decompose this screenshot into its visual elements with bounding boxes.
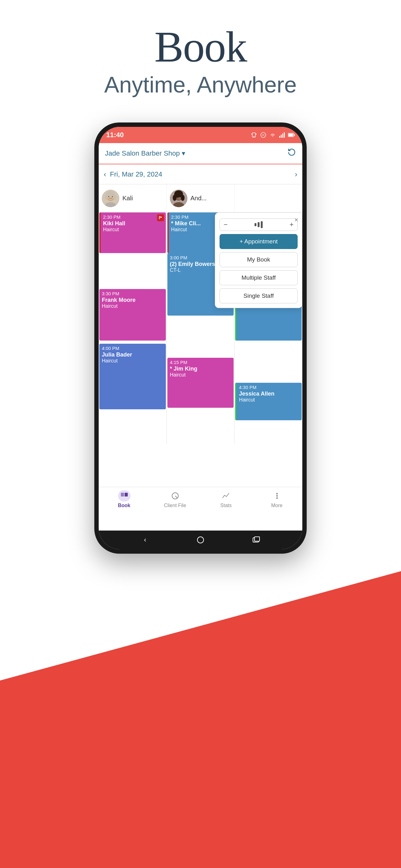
svg-rect-12: [294, 134, 295, 136]
appt-client-name: Jessica Allen: [239, 391, 299, 397]
phone-screen: 11:40: [99, 127, 302, 549]
wifi-icon: [269, 131, 276, 138]
appt-julia-bader[interactable]: 4:00 PM Julia Bader Haircut: [99, 344, 166, 409]
avatar-kali: [102, 190, 119, 207]
appt-kiki-hall[interactable]: 2:30 PM Kiki Hall Haircut: [99, 213, 166, 253]
appt-jessica-allen[interactable]: 4:30 PM Jessica Allen Haircut: [235, 383, 302, 420]
appt-service: Haircut: [170, 372, 231, 378]
phone-outer-shell: 11:40: [94, 122, 307, 554]
staff-col-kali: Kali: [99, 184, 167, 212]
appt-service: Haircut: [103, 227, 163, 232]
salon-selector[interactable]: Jade Salon Barber Shop ▾: [105, 149, 185, 157]
svg-rect-7: [281, 135, 282, 138]
zoom-in-button[interactable]: +: [290, 221, 294, 229]
appt-frank-moore[interactable]: 3:30 PM Frank Moore Haircut: [99, 289, 166, 341]
appt-time: 4:00 PM: [102, 346, 163, 351]
main-title: Book: [0, 25, 401, 69]
bottom-nav: Book Client File: [99, 487, 302, 518]
appt-client-name: Kiki Hall: [103, 220, 163, 227]
staff-header: Kali: [99, 184, 302, 213]
svg-rect-2: [252, 133, 252, 135]
nav-item-book[interactable]: Book: [99, 490, 149, 508]
my-book-button[interactable]: My Book: [220, 252, 298, 267]
zoom-controls: − +: [220, 218, 298, 231]
red-background: [0, 571, 401, 868]
svg-point-20: [108, 196, 109, 197]
svg-point-17: [105, 195, 108, 200]
calendar-header: ‹ Fri, Mar 29, 2024 ›: [99, 164, 302, 184]
nav-item-stats[interactable]: Stats: [201, 490, 252, 508]
staff-name-and: And...: [191, 195, 207, 202]
staff-name-kali: Kali: [123, 195, 133, 202]
home-button[interactable]: [196, 535, 205, 545]
next-date-button[interactable]: ›: [295, 170, 297, 179]
svg-rect-3: [256, 133, 257, 135]
page-wrapper: Book Anytime, Anywhere 11:40: [0, 0, 401, 868]
client-nav-icon: [169, 490, 181, 501]
svg-point-1: [254, 136, 255, 137]
appt-col-kali: 2:30 PM Kiki Hall Haircut: [99, 213, 167, 444]
more-nav-icon: [271, 490, 283, 501]
appt-flag-icon: [157, 214, 164, 221]
svg-rect-8: [282, 133, 283, 138]
zoom-out-button[interactable]: −: [224, 221, 228, 229]
appt-client-name: Frank Moore: [102, 297, 163, 303]
svg-point-18: [113, 195, 116, 200]
app-top-nav: Jade Salon Barber Shop ▾: [99, 143, 302, 164]
appt-client-name: * Jim King: [170, 366, 231, 372]
nav-label-stats: Stats: [220, 503, 231, 508]
svg-point-25: [173, 195, 176, 201]
recents-button[interactable]: [251, 535, 261, 545]
add-appointment-button[interactable]: + Appointment: [220, 234, 298, 249]
status-time: 11:40: [106, 131, 124, 139]
prev-date-button[interactable]: ‹: [104, 170, 106, 179]
dnd-icon: [260, 131, 267, 138]
signal-icon: [278, 131, 286, 138]
staff-col-and: And...: [167, 184, 235, 212]
dropdown-close-button[interactable]: ×: [294, 216, 298, 224]
status-icons: [250, 131, 295, 138]
svg-rect-11: [288, 134, 293, 136]
appt-time: 4:30 PM: [239, 384, 299, 390]
appt-service: Haircut: [102, 358, 163, 364]
nav-label-client: Client File: [164, 503, 186, 508]
single-staff-button[interactable]: Single Staff: [220, 288, 298, 303]
zoom-indicator: [255, 221, 263, 228]
svg-point-21: [112, 196, 113, 197]
appointments-grid: 2:30 PM Kiki Hall Haircut: [99, 213, 302, 444]
book-nav-icon: [118, 490, 131, 501]
nav-item-more[interactable]: More: [252, 490, 302, 508]
svg-point-35: [276, 497, 278, 499]
stats-nav-icon: [220, 490, 232, 501]
appt-time: 4:15 PM: [170, 360, 231, 365]
shop-name: Barber Shop ▾: [141, 149, 185, 157]
appt-service: Haircut: [102, 303, 163, 309]
current-date: Fri, Mar 29, 2024: [110, 170, 291, 178]
svg-rect-6: [279, 136, 280, 138]
nav-label-more: More: [271, 503, 282, 508]
svg-rect-29: [121, 493, 124, 496]
nav-item-client[interactable]: Client File: [149, 490, 201, 508]
status-bar: 11:40: [99, 127, 302, 143]
action-dropdown: × − + + Appointment: [215, 213, 302, 308]
svg-line-32: [175, 496, 177, 498]
svg-rect-9: [284, 132, 285, 138]
main-subtitle: Anytime, Anywhere: [0, 72, 401, 97]
staff-col-empty: [235, 184, 302, 212]
appt-service: Haircut: [239, 397, 299, 403]
svg-point-26: [181, 195, 185, 201]
phone-mockup: 11:40: [0, 122, 401, 554]
appt-jim-king[interactable]: 4:15 PM * Jim King Haircut: [167, 358, 234, 408]
header-section: Book Anytime, Anywhere: [0, 0, 401, 97]
multiple-staff-button[interactable]: Multiple Staff: [220, 270, 298, 285]
nav-label-book: Book: [118, 503, 131, 508]
svg-point-34: [276, 495, 278, 497]
refresh-button[interactable]: [287, 148, 296, 159]
android-nav-bar: ‹: [99, 531, 302, 549]
appt-client-name: Julia Bader: [102, 351, 163, 358]
salon-name: Jade Salon: [105, 149, 139, 157]
svg-point-33: [276, 493, 278, 495]
back-button[interactable]: ‹: [140, 535, 150, 545]
battery-icon: [288, 131, 295, 138]
vibrate-icon: [250, 131, 257, 138]
